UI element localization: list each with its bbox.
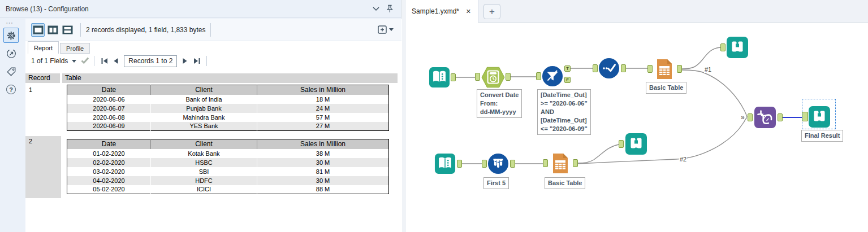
col-sales: Sales in Million <box>257 139 389 149</box>
connection-table2-browse-bottom[interactable] <box>578 145 619 163</box>
basic-table-tool-1[interactable] <box>653 58 676 83</box>
open-new-window-button[interactable] <box>378 25 394 34</box>
connection-table2-union[interactable] <box>578 117 747 164</box>
sample-annotation[interactable]: First 5 <box>483 177 509 189</box>
records-range-display[interactable]: Records 1 to 2 <box>124 55 177 67</box>
connection-table1-browse-top[interactable] <box>682 47 720 69</box>
table-row: 04-02-2020 HDFC 30 M <box>67 176 389 185</box>
datetime-output-anchor[interactable] <box>506 73 511 81</box>
filter-true-anchor[interactable]: T <box>564 65 571 72</box>
workflow-tab-title: Sample1.yxmd* <box>412 7 465 15</box>
table-row: 01-02-2020 Kotak Bank 38 M <box>67 149 389 158</box>
input2-output-anchor[interactable] <box>457 160 462 168</box>
record-number: 1 <box>25 85 61 130</box>
next-record-button[interactable] <box>179 55 191 67</box>
document-tab-bar: Sample1.yxmd* ✕ + <box>406 0 868 23</box>
datetime-tool[interactable] <box>481 66 506 91</box>
help-icon[interactable]: ? <box>3 82 19 97</box>
col-date: Date <box>67 139 151 149</box>
browse-icon <box>625 133 647 155</box>
filter-false-anchor[interactable]: F <box>564 77 571 83</box>
table-row: 2020-06-06 Bank of India 18 M <box>67 95 389 104</box>
final-result-annotation[interactable]: Final Result <box>801 130 843 142</box>
input-data-icon <box>434 153 456 174</box>
configuration-gear-icon[interactable] <box>3 28 19 43</box>
open-in-canvas-icon[interactable] <box>3 46 19 61</box>
new-tab-button[interactable]: + <box>483 4 500 19</box>
basic-table-tool-2[interactable] <box>549 152 572 177</box>
filter-annotation[interactable]: [DateTime_Out] >= "2020-06-06" AND [Date… <box>537 89 591 135</box>
basic-table-icon <box>653 58 676 81</box>
col-sales: Sales in Million <box>257 85 389 95</box>
basic-table-2-annotation[interactable]: Basic Table <box>545 177 585 189</box>
connection-table1-union[interactable] <box>682 70 747 117</box>
input-data-tool-1[interactable] <box>429 67 450 90</box>
table2-input-anchor[interactable] <box>543 159 548 167</box>
sample-tool[interactable] <box>487 153 509 177</box>
input-data-tool-2[interactable] <box>434 153 456 177</box>
previous-record-button[interactable] <box>110 55 122 67</box>
union-input-anchor[interactable] <box>748 113 753 121</box>
browse-tool-top[interactable] <box>726 36 749 61</box>
report-profile-tabs: Report Profile <box>25 41 90 54</box>
record-2-report-table: Date Client Sales in Million 01-02-2020 … <box>67 139 389 194</box>
browse-tool-final[interactable] <box>808 106 831 130</box>
sample-input-anchor[interactable] <box>482 160 487 168</box>
browse-icon <box>726 36 749 59</box>
last-record-button[interactable] <box>191 55 202 67</box>
table-row: 2020-06-07 Punjab Bank 24 M <box>67 104 389 113</box>
table-row: 2020-06-09 YES Bank 27 M <box>67 122 389 131</box>
workflow-connections <box>406 23 868 232</box>
table-header-row: Date Client Sales in Million <box>67 139 389 149</box>
filter-input-anchor[interactable] <box>536 72 541 80</box>
drag-handle-icon[interactable]: ⋯ <box>6 19 14 27</box>
select-output-anchor[interactable] <box>621 64 626 72</box>
close-tab-icon[interactable]: ✕ <box>465 7 472 16</box>
panel-splitter[interactable] <box>402 0 406 232</box>
filter-tool[interactable] <box>542 65 563 89</box>
union-tool[interactable] <box>754 106 776 131</box>
basic-table-1-annotation[interactable]: Basic Table <box>646 82 686 94</box>
filter-icon <box>542 65 563 87</box>
panel-title-bar: Browse (13) - Configuration <box>0 0 401 18</box>
single-pane-view-button[interactable] <box>31 23 45 37</box>
datetime-annotation[interactable]: Convert Date From: dd-MM-yyyy <box>477 89 522 118</box>
select-input-anchor[interactable] <box>593 64 598 72</box>
col-client: Client <box>151 85 257 95</box>
tab-report[interactable]: Report <box>28 41 59 54</box>
browse-tool-bottom[interactable] <box>625 133 647 157</box>
table1-input-anchor[interactable] <box>647 65 653 73</box>
fields-dropdown[interactable]: 1 of 1 Fields <box>31 57 76 65</box>
apply-check-icon[interactable] <box>81 57 89 65</box>
column-header-record: Record <box>25 73 61 83</box>
union-output-anchor[interactable] <box>778 113 783 121</box>
basic-table-icon <box>549 152 572 175</box>
report-view: Record Table 1 Date Client Sales in Mill… <box>25 68 401 232</box>
tab-profile[interactable]: Profile <box>60 43 90 54</box>
browse-bottom-input-anchor[interactable] <box>619 140 624 148</box>
tag-icon[interactable] <box>3 64 19 79</box>
browse-top-input-anchor[interactable] <box>720 43 726 51</box>
workflow-editor: Sample1.yxmd* ✕ + #1 #2 T F <box>406 0 868 232</box>
col-client: Client <box>151 139 257 149</box>
datetime-input-anchor[interactable] <box>475 73 480 81</box>
table2-output-anchor[interactable] <box>573 159 578 167</box>
collapse-chevron-icon[interactable] <box>369 3 383 15</box>
sample-output-anchor[interactable] <box>510 160 515 168</box>
panel-title: Browse (13) - Configuration <box>6 5 89 13</box>
pin-icon[interactable] <box>383 3 396 15</box>
first-record-button[interactable] <box>99 55 110 67</box>
table1-output-anchor[interactable] <box>677 65 682 73</box>
connection-label-2: #2 <box>679 156 687 163</box>
vertical-split-view-button[interactable] <box>46 23 59 37</box>
select-tool[interactable] <box>598 58 620 81</box>
input1-output-anchor[interactable] <box>451 73 456 81</box>
union-multi-input-icon: » <box>741 114 745 121</box>
col-date: Date <box>67 85 151 95</box>
results-toolbar: 2 records displayed, 1 field, 1,833 byte… <box>25 19 401 41</box>
workflow-tab[interactable]: Sample1.yxmd* ✕ <box>406 0 478 23</box>
input-data-icon <box>429 67 450 88</box>
union-icon <box>754 106 776 129</box>
workflow-canvas[interactable]: #1 #2 T F » <box>406 23 868 232</box>
horizontal-split-view-button[interactable] <box>61 23 74 37</box>
